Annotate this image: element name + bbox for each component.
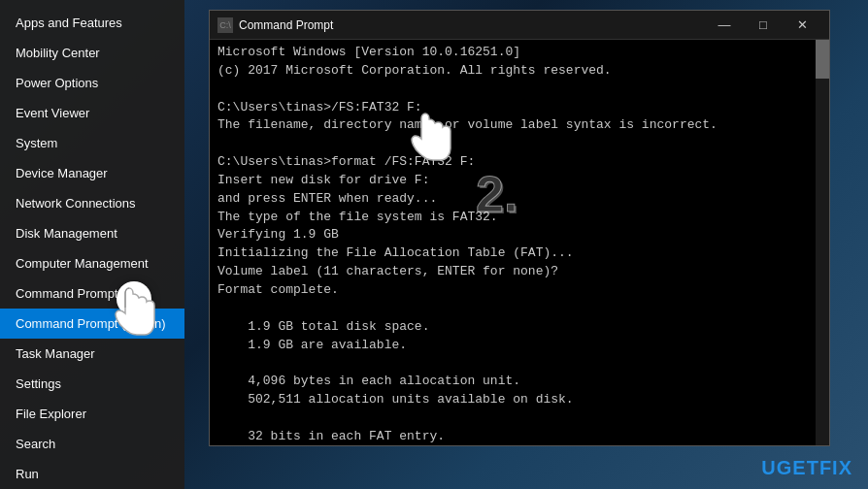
cmd-window: C:\ Command Prompt — □ ✕ Microsoft Windo… <box>209 10 830 446</box>
menu-item-device-manager[interactable]: Device Manager <box>0 158 184 188</box>
annotation-badge-2: 2. <box>476 165 517 223</box>
menu-item-label: Command Prompt (Admin) <box>16 316 166 331</box>
start-menu: Apps and FeaturesMobility CenterPower Op… <box>0 0 184 489</box>
menu-item-label: Search <box>16 437 55 451</box>
menu-item-label: Device Manager <box>16 166 108 180</box>
menu-item-power-options[interactable]: Power Options <box>0 68 184 98</box>
menu-item-label: Task Manager <box>16 346 95 361</box>
menu-item-disk-management[interactable]: Disk Management <box>0 218 184 248</box>
menu-item-label: Disk Management <box>16 226 117 241</box>
menu-item-label: Settings <box>16 376 61 391</box>
menu-item-search[interactable]: Search <box>0 429 184 459</box>
menu-item-computer-management[interactable]: Computer Management <box>0 248 184 278</box>
menu-item-label: Run <box>16 467 39 481</box>
annotation-badge-1: 1. <box>117 281 151 316</box>
cmd-titlebar: C:\ Command Prompt — □ ✕ <box>210 11 829 40</box>
menu-item-mobility-center[interactable]: Mobility Center <box>0 38 184 68</box>
menu-item-event-viewer[interactable]: Event Viewer <box>0 98 184 128</box>
menu-item-system[interactable]: System <box>0 128 184 158</box>
watermark-prefix: UG <box>761 457 792 478</box>
menu-item-label: Event Viewer <box>16 106 89 120</box>
menu-item-label: Apps and Features <box>16 16 122 30</box>
watermark: UGETFIX <box>761 457 852 479</box>
menu-item-settings[interactable]: Settings <box>0 369 184 399</box>
cmd-titlebar-buttons: — □ ✕ <box>705 11 821 40</box>
menu-item-apps-and-features[interactable]: Apps and Features <box>0 8 184 38</box>
cmd-scrollbar[interactable] <box>816 40 829 445</box>
menu-item-label: File Explorer <box>16 407 86 421</box>
menu-item-label: Command Prompt <box>16 286 117 301</box>
cmd-output: Microsoft Windows [Version 10.0.16251.0]… <box>217 44 821 445</box>
menu-item-label: Computer Management <box>16 256 149 271</box>
close-button[interactable]: ✕ <box>783 11 821 40</box>
maximize-button[interactable]: □ <box>744 11 783 40</box>
cmd-title: Command Prompt <box>239 18 705 32</box>
menu-item-label: Mobility Center <box>16 46 100 60</box>
cmd-icon: C:\ <box>217 17 233 33</box>
menu-item-label: Network Connections <box>16 196 136 211</box>
cmd-scrollbar-thumb[interactable] <box>816 40 829 79</box>
menu-item-run[interactable]: Run <box>0 459 184 489</box>
cmd-body[interactable]: Microsoft Windows [Version 10.0.16251.0]… <box>210 40 829 445</box>
menu-item-file-explorer[interactable]: File Explorer <box>0 399 184 429</box>
menu-item-label: Power Options <box>16 76 98 90</box>
menu-item-command-prompt[interactable]: Command Prompt <box>0 278 184 309</box>
menu-item-label: System <box>16 136 57 150</box>
menu-item-network-connections[interactable]: Network Connections <box>0 188 184 218</box>
watermark-suffix: ETFIX <box>792 457 852 478</box>
minimize-button[interactable]: — <box>705 11 744 40</box>
menu-item-command-prompt-admin[interactable]: Command Prompt (Admin) <box>0 309 184 339</box>
menu-item-task-manager[interactable]: Task Manager <box>0 339 184 369</box>
